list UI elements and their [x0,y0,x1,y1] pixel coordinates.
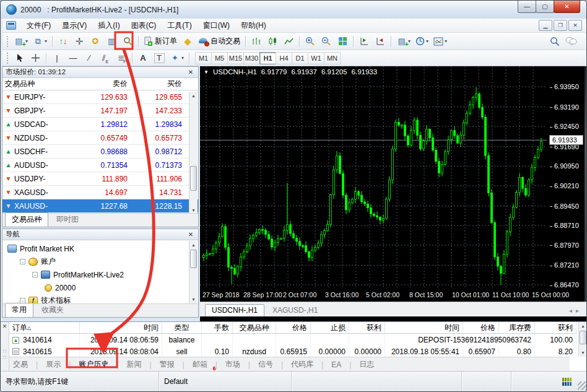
mdi-restore-button[interactable]: ❐ [554,20,567,31]
line-chart-button[interactable] [281,35,296,48]
mdi-minimize-button[interactable]: ▁ [539,20,552,31]
zoom-out-button[interactable] [319,35,334,48]
hline-button[interactable]: — [66,51,80,65]
menu-item-5[interactable]: 窗口(W) [198,19,235,33]
tab-tick-chart[interactable]: 即时图 [50,212,85,227]
market-watch-row[interactable]: ▼GBPJPY-147.197147.233 [2,104,198,118]
chart-plot-area[interactable]: ▼ USDCNH-,H1 6.91779 6.91937 6.91205 6.9… [200,66,547,288]
terminal-column-9[interactable]: 价格 [463,322,499,333]
auto-scroll-button[interactable] [373,35,388,48]
chart-window-icon[interactable] [6,21,16,30]
terminal-column-0[interactable]: 订单 △ [9,322,80,333]
navigator-item-0[interactable]: Profit Market HK [5,242,198,255]
autotrading-button[interactable]: 自动交易 [196,35,242,48]
market-watch-row[interactable]: ▲AUDUSD-0.713540.71373 [2,159,198,172]
market-watch-row[interactable]: ▼EURJPY-129.633129.655 [2,90,198,104]
terminal-column-2[interactable]: 类型 [162,322,202,333]
chart-tab-scroll-icons[interactable]: ◂▸ [569,307,583,314]
close-button[interactable]: ✕ [554,1,580,13]
strategy-tester-toggle[interactable] [120,35,135,48]
market-watch-row[interactable]: ▼XAUUSD-1227.681228.15 [2,199,198,213]
terminal-tab-6[interactable]: 市场 [222,359,244,370]
tree-expander-icon[interactable]: - [32,272,38,277]
timeframe-m1[interactable]: M1 [195,52,212,64]
terminal-column-7[interactable]: 获利 [349,322,385,333]
cursor-button[interactable] [12,51,27,65]
menu-item-4[interactable]: 工具(T) [162,19,197,33]
terminal-tab-0[interactable]: 交易 [9,359,32,370]
periods-button[interactable]: ▾ [414,35,430,48]
chart-dropdown-icon[interactable]: ▼ [204,69,209,75]
market-watch-row[interactable]: ▲USDCAD-1.298121.29834 [2,118,198,131]
navigator-item-2[interactable]: -ProfitMarketHK-Live2 [5,268,198,281]
profiles-button[interactable]: ⧉▾ [31,35,49,48]
terminal-grip[interactable]: ∷∷ [1,348,9,360]
templates-button[interactable]: ▾ [432,35,449,48]
menu-item-6[interactable]: 帮助(H) [235,19,272,33]
new-chart-button[interactable]: ▤▾ [12,35,30,48]
search-button[interactable] [547,35,562,48]
terminal-tab-4[interactable]: 警报 [156,359,178,370]
terminal-tab-9[interactable]: EA [328,360,345,369]
status-profile[interactable]: Default [164,377,188,386]
menu-item-2[interactable]: 插入(I) [92,19,125,33]
menu-item-1[interactable]: 显示(V) [56,19,92,33]
navigator-scrollbar[interactable]: ▲ ▼ [189,241,198,303]
market-watch-row[interactable]: ▲USDCHF-0.986880.98712 [2,145,198,159]
terminal-column-6[interactable]: 止损 [311,322,349,333]
minimize-button[interactable]: — [518,1,536,13]
navigator-close-icon[interactable]: ✕ [186,231,195,238]
column-sell[interactable]: 卖价 [69,79,131,89]
terminal-column-8[interactable]: 时间 [385,322,463,333]
terminal-column-4[interactable]: 交易品种 [233,322,276,333]
timeframe-m30[interactable]: M30 [243,52,260,64]
terminal-row-1[interactable]: ▤34106152018.09.14 08:08:04sell0.10nzdus… [9,346,576,357]
timeframe-m15[interactable]: M15 [227,52,244,64]
data-window-toggle[interactable]: ✛ [72,35,87,48]
terminal-column-11[interactable]: 获利 [535,322,576,333]
market-watch-close-icon[interactable]: ✕ [186,69,195,76]
navigator-item-3[interactable]: 20000 [5,281,198,294]
bar-chart-button[interactable] [249,35,264,48]
tree-expander-icon[interactable]: - [20,259,25,264]
zoom-in-button[interactable] [303,35,318,48]
terminal-column-5[interactable]: 价格 [276,322,311,333]
terminal-tab-7[interactable]: 信号 [254,359,277,370]
arrows-button[interactable]: ✦▾ [168,51,186,65]
chat-button[interactable] [563,35,579,48]
column-buy[interactable]: 买价 [131,79,186,89]
text-button[interactable]: A [136,51,150,65]
terminal-tab-2[interactable]: 账户历史 [75,359,112,370]
chart-tab-xagusdh1[interactable]: XAGUSD-,H1 [266,304,324,316]
new-order-button[interactable]: 新订单 [142,35,179,48]
tile-windows-button[interactable] [335,35,350,48]
timeframe-d1[interactable]: D1 [292,52,308,64]
vline-button[interactable]: | [50,51,64,65]
maximize-button[interactable]: ▢ [536,1,554,13]
terminal-tab-5[interactable]: 邮箱6 [189,359,211,370]
column-symbol[interactable]: 交易品种 [2,79,69,89]
timeframe-mn[interactable]: MN [324,52,341,64]
terminal-close-icon[interactable]: ✕ [1,323,9,329]
terminal-tab-3[interactable]: 新闻 [123,359,145,370]
terminal-column-1[interactable]: 时间 [80,322,162,333]
terminal-toggle[interactable]: ▥ [104,35,119,48]
terminal-tab-1[interactable]: 展示 [42,359,64,370]
terminal-row-0[interactable]: ▲34106142018.09.14 08:06:59balanceDEPOSI… [9,334,576,346]
chart-tab-usdcnhh1[interactable]: USDCNH-,H1 [205,304,264,316]
chart-shift-button[interactable] [357,35,372,48]
terminal-tab-8[interactable]: 代码库 [287,359,317,370]
candlestick-button[interactable] [265,35,280,48]
market-watch-scrollbar[interactable]: ▲ ▼ [189,92,198,214]
navigator-caption[interactable]: 导航 ✕ [2,229,198,240]
market-watch-row[interactable]: ▼USDJPY-111.890111.906 [2,172,198,186]
terminal-column-3[interactable]: 手数 [202,322,233,333]
crosshair-button[interactable] [28,51,43,65]
resize-grip[interactable] [578,381,586,390]
market-watch-toggle[interactable]: ↑↓ [56,35,71,48]
market-watch-row[interactable]: ▼XAGUSD-14.69714.731 [2,186,198,199]
timeframe-m5[interactable]: M5 [211,52,228,64]
text-label-button[interactable]: T [152,51,167,65]
toolbar-grip-2[interactable] [7,53,9,64]
tab-favorites[interactable]: 收藏夹 [35,303,71,317]
